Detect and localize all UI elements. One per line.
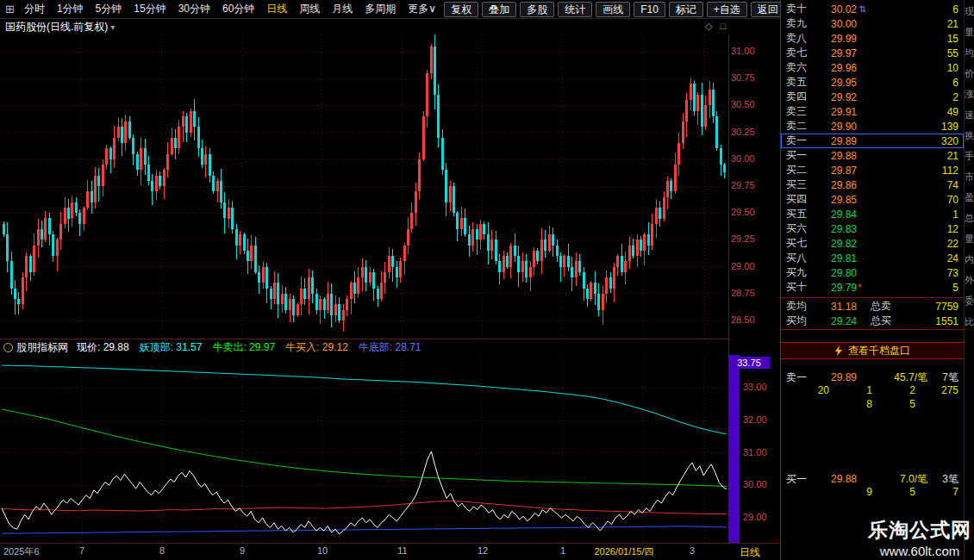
side-tab-char[interactable]: 换 [965, 129, 974, 142]
side-tab-char[interactable]: 总 [965, 212, 974, 225]
detail-cell: 9 [829, 486, 872, 500]
toolbar-button[interactable]: 标记 [669, 2, 703, 17]
ob-price: 29.90 [814, 121, 857, 133]
toolbar-button[interactable]: 复权 [444, 2, 478, 17]
toolbar-button[interactable]: 多股 [520, 2, 554, 17]
side-tab-char[interactable]: 价 [965, 67, 974, 80]
buy-detail-per: 7.0/笔 [857, 472, 927, 487]
period-tab[interactable]: 多周期 [359, 2, 402, 16]
ob-price: 29.88 [814, 150, 857, 162]
order-book-row[interactable]: 买八29.8124 [781, 251, 964, 265]
toolbar-button[interactable]: +自选 [707, 2, 747, 17]
indicator-chart[interactable] [0, 355, 728, 543]
period-tab[interactable]: 更多∨ [402, 2, 442, 16]
order-book-row[interactable]: 卖八29.9915 [781, 31, 964, 46]
indicator-scrollbar[interactable] [729, 355, 740, 543]
ob-level-label: 买七 [786, 236, 814, 251]
candlestick-chart[interactable] [0, 34, 728, 339]
side-tab-char[interactable]: 外 [965, 274, 974, 287]
detail-cell: 20 [786, 384, 829, 398]
side-tab-char[interactable]: 内 [965, 253, 974, 266]
side-tab-char[interactable]: 比 [965, 315, 974, 328]
side-tab-char[interactable]: 手 [965, 150, 974, 163]
toolbar: ⊞ 分时1分钟5分钟15分钟30分钟60分钟日线周线月线多周期更多∨ 复权叠加多… [0, 0, 780, 19]
period-tab[interactable]: 15分钟 [128, 2, 172, 16]
side-tab-char[interactable]: 现 [965, 5, 974, 18]
order-book-row[interactable]: 买三29.8674 [781, 177, 964, 192]
side-tab-char[interactable]: 市 [965, 171, 974, 184]
order-book-row[interactable]: 卖六29.9610 [781, 60, 964, 75]
sell-detail-header: 卖一 29.89 45.7/笔 7笔 [781, 370, 964, 384]
period-tab[interactable]: 60分钟 [216, 2, 260, 16]
order-book-row[interactable]: 卖二29.90139 [781, 119, 964, 134]
ob-price: 29.81 [814, 252, 857, 264]
ob-volume: 21 [869, 18, 958, 30]
period-tab[interactable]: 分时 [18, 2, 51, 16]
ob-marker-icon: ⇅ [857, 4, 869, 14]
lightning-icon [834, 345, 843, 356]
toolbar-button[interactable]: F10 [634, 2, 665, 17]
side-tab-char[interactable]: 委 [965, 295, 974, 308]
order-book-row[interactable]: 卖四29.922 [781, 90, 964, 104]
order-book-row[interactable]: 买十29.79*5 [781, 280, 964, 295]
window-icon[interactable]: □ [720, 21, 726, 32]
order-book-row[interactable]: 买一29.8821 [781, 148, 964, 163]
ob-volume: 320 [869, 135, 958, 147]
order-book-row[interactable]: 卖三29.9149 [781, 104, 964, 119]
ob-price: 29.87 [814, 165, 857, 177]
sell-detail-label: 卖一 [786, 370, 814, 385]
x-axis-label: 11 [397, 545, 407, 556]
sell-avg-label: 卖均 [786, 299, 814, 314]
price-axis-label: 28.75 [731, 288, 777, 298]
chevron-down-icon[interactable]: ▾ [110, 22, 115, 32]
order-book-row[interactable]: 买四29.8570 [781, 192, 964, 207]
side-tab-char[interactable]: 量 [965, 26, 974, 39]
period-tab[interactable]: 日线 [260, 2, 293, 16]
sell-detail-rows: 201227585 [781, 384, 964, 412]
order-book-row[interactable]: 买二29.87112 [781, 163, 964, 177]
toolbar-button[interactable]: 统计 [558, 2, 592, 17]
period-tab[interactable]: 30分钟 [172, 2, 216, 16]
order-book-row[interactable]: 买九29.8073 [781, 265, 964, 280]
toolbar-button[interactable]: 画线 [596, 2, 630, 17]
order-book-row[interactable]: 卖七29.9755 [781, 46, 964, 60]
order-book-row[interactable]: 买六29.8312 [781, 221, 964, 236]
detail-cell: 2 [872, 384, 915, 398]
order-book-row[interactable]: 卖五29.956 [781, 75, 964, 90]
view-thousand-levels-button[interactable]: 查看千档盘口 [781, 342, 964, 359]
side-tab-char[interactable]: 量 [965, 233, 974, 246]
period-tab[interactable]: 周线 [293, 2, 326, 16]
order-book-row[interactable]: 卖十30.02⇅6 [781, 2, 964, 16]
period-tab[interactable]: 5分钟 [90, 2, 128, 16]
ob-level-label: 买八 [786, 251, 814, 265]
indicator-source: 股朋指标网 [3, 340, 68, 355]
indicator-header: 股朋指标网 现价: 29.88妖顶部: 31.57牛卖出: 29.97牛买入: … [0, 341, 728, 354]
ob-level-label: 买十 [786, 280, 814, 295]
diamond-icon[interactable]: ◇ [705, 21, 712, 32]
x-axis-label: 2025年6 [3, 545, 40, 558]
period-tab[interactable]: 月线 [326, 2, 359, 16]
order-book-row[interactable]: 卖一29.89320 [781, 134, 964, 148]
indicator-logo-icon [3, 343, 13, 352]
side-tab-char[interactable]: 速 [965, 109, 974, 121]
order-book-row[interactable]: 买五29.841 [781, 207, 964, 221]
grid-icon[interactable]: ⊞ [5, 3, 15, 16]
ob-volume: 24 [869, 252, 958, 264]
period-tab[interactable]: 1分钟 [51, 2, 90, 16]
ob-volume: 1 [869, 208, 958, 221]
period-label: 日线 [740, 545, 760, 560]
sell-detail-price: 29.89 [814, 371, 857, 383]
side-tab-char[interactable]: 涨 [965, 88, 974, 101]
side-tab-char[interactable]: 盈 [965, 191, 974, 204]
ob-price: 29.96 [814, 62, 857, 74]
ob-price: 29.97 [814, 47, 857, 59]
ob-level-label: 卖八 [786, 31, 814, 46]
x-axis-label: 7 [79, 545, 84, 556]
x-axis-label: 3 [690, 545, 695, 556]
ob-price: 30.02 [814, 3, 857, 16]
toolbar-button[interactable]: 叠加 [482, 2, 516, 17]
side-tab-char[interactable]: 均 [965, 47, 974, 59]
order-book-row[interactable]: 买七29.8222 [781, 236, 964, 251]
detail-row: 85 [781, 398, 964, 412]
order-book-row[interactable]: 卖九30.0021 [781, 16, 964, 31]
